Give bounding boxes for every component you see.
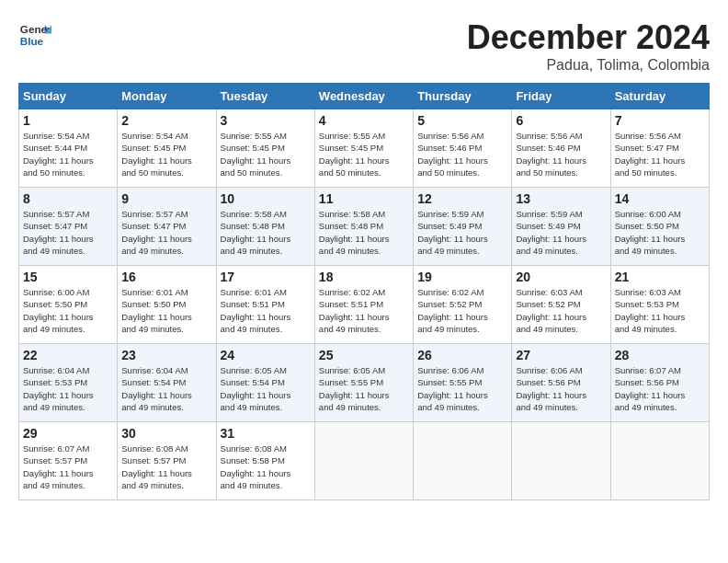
day-number: 10 — [221, 191, 311, 206]
calendar-cell: 14Sunrise: 6:00 AM Sunset: 5:50 PM Dayli… — [610, 188, 709, 266]
day-number: 6 — [516, 113, 606, 128]
calendar-cell: 2Sunrise: 5:54 AM Sunset: 5:45 PM Daylig… — [118, 109, 216, 188]
calendar-cell: 28Sunrise: 6:07 AM Sunset: 5:56 PM Dayli… — [610, 344, 709, 422]
calendar-cell: 25Sunrise: 6:05 AM Sunset: 5:55 PM Dayli… — [314, 344, 413, 422]
header-saturday: Saturday — [610, 84, 709, 109]
calendar-week-row: 1Sunrise: 5:54 AM Sunset: 5:44 PM Daylig… — [19, 109, 710, 188]
day-number: 5 — [417, 113, 507, 128]
title-area: December 2024 Padua, Tolima, Colombia — [467, 18, 710, 74]
day-number: 27 — [516, 348, 606, 362]
day-info: Sunrise: 5:54 AM Sunset: 5:44 PM Dayligh… — [23, 130, 113, 178]
calendar-cell: 11Sunrise: 5:58 AM Sunset: 5:48 PM Dayli… — [314, 188, 413, 266]
day-info: Sunrise: 6:03 AM Sunset: 5:52 PM Dayligh… — [516, 286, 606, 335]
day-number: 14 — [615, 191, 705, 206]
calendar-cell: 31Sunrise: 6:08 AM Sunset: 5:58 PM Dayli… — [216, 422, 314, 500]
day-number: 28 — [615, 348, 705, 362]
month-title: December 2024 — [467, 18, 710, 57]
calendar-cell: 15Sunrise: 6:00 AM Sunset: 5:50 PM Dayli… — [19, 266, 118, 344]
day-number: 9 — [121, 191, 211, 206]
calendar-cell: 16Sunrise: 6:01 AM Sunset: 5:50 PM Dayli… — [118, 266, 216, 344]
day-number: 31 — [221, 426, 311, 441]
day-number: 20 — [516, 270, 606, 284]
calendar-cell: 12Sunrise: 5:59 AM Sunset: 5:49 PM Dayli… — [414, 188, 512, 266]
day-number: 22 — [23, 348, 113, 362]
day-info: Sunrise: 5:57 AM Sunset: 5:47 PM Dayligh… — [23, 208, 113, 257]
location-title: Padua, Tolima, Colombia — [467, 57, 710, 74]
calendar-week-row: 15Sunrise: 6:00 AM Sunset: 5:50 PM Dayli… — [19, 266, 710, 344]
page-header: General Blue December 2024 Padua, Tolima… — [18, 18, 710, 74]
day-info: Sunrise: 6:08 AM Sunset: 5:58 PM Dayligh… — [221, 442, 311, 491]
day-info: Sunrise: 5:54 AM Sunset: 5:45 PM Dayligh… — [121, 130, 211, 178]
day-number: 1 — [23, 113, 113, 128]
day-number: 3 — [221, 113, 311, 128]
calendar-cell: 17Sunrise: 6:01 AM Sunset: 5:51 PM Dayli… — [216, 266, 314, 344]
calendar-cell: 27Sunrise: 6:06 AM Sunset: 5:56 PM Dayli… — [512, 344, 610, 422]
header-wednesday: Wednesday — [314, 84, 413, 109]
svg-text:Blue: Blue — [20, 35, 44, 47]
day-info: Sunrise: 6:04 AM Sunset: 5:53 PM Dayligh… — [23, 364, 113, 413]
day-number: 4 — [319, 113, 409, 128]
day-info: Sunrise: 6:01 AM Sunset: 5:51 PM Dayligh… — [221, 286, 311, 335]
day-info: Sunrise: 6:02 AM Sunset: 5:52 PM Dayligh… — [417, 286, 507, 335]
day-info: Sunrise: 5:59 AM Sunset: 5:49 PM Dayligh… — [417, 208, 507, 257]
day-number: 19 — [417, 270, 507, 284]
day-info: Sunrise: 6:07 AM Sunset: 5:57 PM Dayligh… — [23, 442, 113, 491]
day-info: Sunrise: 6:00 AM Sunset: 5:50 PM Dayligh… — [615, 208, 705, 257]
day-info: Sunrise: 6:06 AM Sunset: 5:55 PM Dayligh… — [417, 364, 507, 413]
calendar-cell: 24Sunrise: 6:05 AM Sunset: 5:54 PM Dayli… — [216, 344, 314, 422]
header-sunday: Sunday — [19, 84, 118, 109]
day-info: Sunrise: 6:02 AM Sunset: 5:51 PM Dayligh… — [319, 286, 409, 335]
calendar-cell: 19Sunrise: 6:02 AM Sunset: 5:52 PM Dayli… — [414, 266, 512, 344]
calendar-cell: 20Sunrise: 6:03 AM Sunset: 5:52 PM Dayli… — [512, 266, 610, 344]
logo: General Blue — [18, 18, 51, 52]
day-number: 13 — [516, 191, 606, 206]
calendar-cell: 8Sunrise: 5:57 AM Sunset: 5:47 PM Daylig… — [19, 188, 118, 266]
calendar-week-row: 22Sunrise: 6:04 AM Sunset: 5:53 PM Dayli… — [19, 344, 710, 422]
day-info: Sunrise: 6:04 AM Sunset: 5:54 PM Dayligh… — [121, 364, 211, 413]
day-number: 8 — [23, 191, 113, 206]
day-number: 26 — [417, 348, 507, 362]
logo-icon: General Blue — [18, 18, 51, 52]
calendar-cell: 30Sunrise: 6:08 AM Sunset: 5:57 PM Dayli… — [118, 422, 216, 500]
header-monday: Monday — [118, 84, 216, 109]
calendar-cell: 29Sunrise: 6:07 AM Sunset: 5:57 PM Dayli… — [19, 422, 118, 500]
day-number: 21 — [615, 270, 705, 284]
day-number: 25 — [319, 348, 409, 362]
day-number: 29 — [23, 426, 113, 441]
day-number: 7 — [615, 113, 705, 128]
day-info: Sunrise: 6:08 AM Sunset: 5:57 PM Dayligh… — [121, 442, 211, 491]
day-number: 17 — [221, 270, 311, 284]
header-tuesday: Tuesday — [216, 84, 314, 109]
calendar-cell: 7Sunrise: 5:56 AM Sunset: 5:47 PM Daylig… — [610, 109, 709, 188]
calendar-cell: 6Sunrise: 5:56 AM Sunset: 5:46 PM Daylig… — [512, 109, 610, 188]
day-info: Sunrise: 6:00 AM Sunset: 5:50 PM Dayligh… — [23, 286, 113, 335]
day-info: Sunrise: 5:59 AM Sunset: 5:49 PM Dayligh… — [516, 208, 606, 257]
day-info: Sunrise: 5:58 AM Sunset: 5:48 PM Dayligh… — [221, 208, 311, 257]
day-info: Sunrise: 6:05 AM Sunset: 5:54 PM Dayligh… — [221, 364, 311, 413]
day-info: Sunrise: 5:56 AM Sunset: 5:47 PM Dayligh… — [615, 130, 705, 178]
calendar-cell: 9Sunrise: 5:57 AM Sunset: 5:47 PM Daylig… — [118, 188, 216, 266]
day-info: Sunrise: 6:03 AM Sunset: 5:53 PM Dayligh… — [615, 286, 705, 335]
day-number: 15 — [23, 270, 113, 284]
calendar-cell — [314, 422, 413, 500]
calendar-cell: 22Sunrise: 6:04 AM Sunset: 5:53 PM Dayli… — [19, 344, 118, 422]
calendar-cell: 10Sunrise: 5:58 AM Sunset: 5:48 PM Dayli… — [216, 188, 314, 266]
calendar-cell: 18Sunrise: 6:02 AM Sunset: 5:51 PM Dayli… — [314, 266, 413, 344]
day-number: 23 — [121, 348, 211, 362]
day-number: 2 — [121, 113, 211, 128]
calendar-cell — [610, 422, 709, 500]
calendar-cell: 3Sunrise: 5:55 AM Sunset: 5:45 PM Daylig… — [216, 109, 314, 188]
day-number: 16 — [121, 270, 211, 284]
day-info: Sunrise: 6:07 AM Sunset: 5:56 PM Dayligh… — [615, 364, 705, 413]
calendar-cell — [414, 422, 512, 500]
day-info: Sunrise: 5:55 AM Sunset: 5:45 PM Dayligh… — [221, 130, 311, 178]
day-info: Sunrise: 6:01 AM Sunset: 5:50 PM Dayligh… — [121, 286, 211, 335]
calendar-cell: 1Sunrise: 5:54 AM Sunset: 5:44 PM Daylig… — [19, 109, 118, 188]
calendar-cell: 5Sunrise: 5:56 AM Sunset: 5:46 PM Daylig… — [414, 109, 512, 188]
day-info: Sunrise: 5:55 AM Sunset: 5:45 PM Dayligh… — [319, 130, 409, 178]
day-info: Sunrise: 5:57 AM Sunset: 5:47 PM Dayligh… — [121, 208, 211, 257]
day-number: 30 — [121, 426, 211, 441]
day-info: Sunrise: 6:06 AM Sunset: 5:56 PM Dayligh… — [516, 364, 606, 413]
header-friday: Friday — [512, 84, 610, 109]
day-info: Sunrise: 5:56 AM Sunset: 5:46 PM Dayligh… — [516, 130, 606, 178]
